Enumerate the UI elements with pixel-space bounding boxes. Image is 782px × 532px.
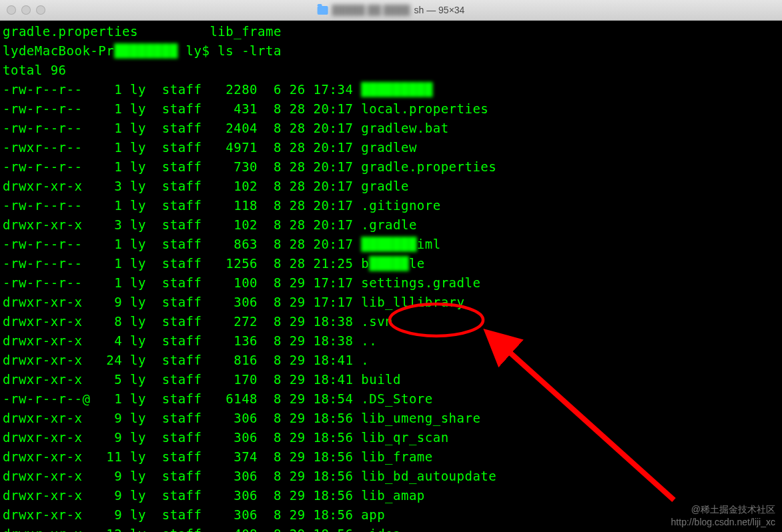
title-suffix: sh — 95×34 [414, 5, 465, 15]
window-title: █████ ██ ████ sh — 95×34 [318, 5, 465, 15]
traffic-lights [7, 5, 45, 15]
close-button[interactable] [7, 5, 16, 15]
folder-icon [318, 6, 328, 15]
zoom-button[interactable] [36, 5, 45, 15]
minimize-button[interactable] [21, 5, 31, 15]
window-title-bar: █████ ██ ████ sh — 95×34 [0, 0, 782, 21]
terminal-content[interactable]: gradle.properties lib_framelydeMacBook-P… [0, 21, 782, 532]
title-blur: █████ ██ ████ [332, 5, 410, 15]
